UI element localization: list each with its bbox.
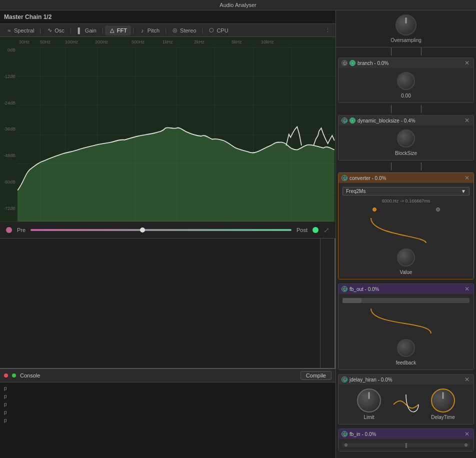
fb-in-name: fb_in - 0.0%: [350, 432, 462, 437]
expand-icon[interactable]: ⤢: [324, 226, 330, 234]
fb-in-power-btn[interactable]: ⏻: [342, 431, 348, 437]
main-layout: Master Chain 1/2 ≈ Spectral | ∿ Osc | ▌ …: [0, 10, 476, 458]
jdelay-wire-svg: [391, 390, 421, 420]
jdelay-delaytime-knob[interactable]: [431, 388, 455, 412]
conn-dot-left: [372, 208, 376, 212]
freq-label-200hz: 200Hz: [95, 40, 108, 44]
fb-out-slider[interactable]: [342, 298, 470, 303]
branch-body: 0.00: [338, 68, 474, 102]
fb-out-power-btn[interactable]: ⏻: [342, 286, 348, 292]
wire-line-5: [391, 162, 392, 170]
separator3: |: [102, 28, 104, 34]
fft-curve: [18, 47, 336, 222]
branch-active-btn[interactable]: ●: [350, 60, 356, 66]
db-72: -72dB: [4, 206, 16, 211]
slider-thumb: [140, 228, 145, 232]
converter-block: ⏻ converter - 0.0% ✕ Freq2Ms ▼ 6000.Hz -…: [338, 172, 474, 280]
fb-out-feedback-knob[interactable]: [397, 339, 415, 357]
conn-dot-right: [436, 208, 440, 212]
fb-in-dot-left: [344, 444, 348, 446]
playback-slider[interactable]: [30, 229, 292, 231]
tab-spectral[interactable]: ≈ Spectral: [2, 26, 38, 36]
branch-power-btn[interactable]: ⏻: [342, 60, 348, 66]
oversampling-label: Oversampling: [390, 38, 422, 43]
fb-out-body: feedback: [338, 294, 474, 370]
fb-in-close-btn[interactable]: ✕: [464, 430, 470, 438]
converter-power-btn[interactable]: ⏻: [342, 175, 348, 181]
console-line-2: p: [4, 392, 332, 400]
branch-knob[interactable]: [397, 72, 415, 90]
cpu-icon: ⬡: [208, 28, 214, 33]
dynamic-blocksize-header: ⏻ ● dynamic_blocksize - 0.4% ✕: [338, 116, 474, 126]
jdelay-block: ⏻ jdelay_hiran - 0.0% ✕ Limit: [338, 374, 474, 424]
fb-out-feedback-label: feedback: [396, 360, 416, 366]
post-indicator: [312, 227, 318, 233]
converter-info: 6000.Hz -> 0.166667ms: [382, 198, 430, 204]
tab-osc[interactable]: ∿ Osc: [42, 26, 68, 36]
master-chain-label: Master Chain 1/2: [0, 10, 336, 24]
fb-out-header: ⏻ fb_out - 0.0% ✕: [338, 284, 474, 294]
right-panel: Oversampling ⏻ ● branch - 0.0% ✕ 0.00: [336, 10, 476, 458]
freq-label-50hz: 50Hz: [40, 40, 50, 44]
separator6: |: [202, 28, 204, 34]
branch-close-btn[interactable]: ✕: [464, 60, 470, 66]
lower-split: [0, 238, 336, 368]
connector-top: [336, 48, 476, 56]
tab-gain-label: Gain: [85, 28, 96, 34]
console-green-dot: [12, 374, 16, 378]
dynamic-blocksize-name: dynamic_blocksize - 0.4%: [358, 118, 462, 124]
console-line-5: p: [4, 416, 332, 424]
oversampling-knob[interactable]: [396, 14, 416, 36]
console-line-4: p: [4, 408, 332, 416]
branch-value: 0.00: [401, 93, 410, 98]
jdelay-close-btn[interactable]: ✕: [464, 376, 470, 383]
oversampling-section: Oversampling: [336, 10, 476, 48]
tab-fft-label: FFT: [117, 28, 127, 34]
converter-dropdown-value: Freq2Ms: [346, 188, 366, 194]
wave-icon: ∿: [46, 28, 52, 33]
tab-fft[interactable]: △ FFT: [105, 26, 131, 36]
jdelay-body: Limit DelayTime: [338, 384, 474, 424]
converter-value-knob[interactable]: [397, 248, 415, 266]
dynamic-blocksize-knob[interactable]: [397, 130, 415, 148]
tab-pitch[interactable]: ♪ Pitch: [136, 26, 164, 36]
dynamic-close-btn[interactable]: ✕: [464, 117, 470, 124]
jdelay-limit-knob[interactable]: [357, 388, 381, 412]
jdelay-power-btn[interactable]: ⏻: [342, 376, 348, 382]
spectrum-icon: ≈: [6, 28, 12, 33]
separator2: |: [70, 28, 72, 34]
dynamic-power-btn[interactable]: ⏻: [342, 118, 348, 124]
oversampling-knob-container: Oversampling: [390, 14, 422, 43]
pre-indicator: [6, 227, 12, 233]
wire-line-1: [391, 48, 392, 56]
tab-bar: ≈ Spectral | ∿ Osc | ▌ Gain | △ FFT | ♪ …: [0, 24, 336, 37]
freq-label-30hz: 30Hz: [19, 40, 30, 44]
lower-left-panel: [0, 238, 320, 368]
fft-display: 30Hz 50Hz 100Hz 200Hz 500Hz 1kHz 2kHz 5k…: [0, 37, 336, 222]
converter-close-btn[interactable]: ✕: [464, 174, 470, 182]
wire-line-6: [421, 162, 422, 170]
dynamic-active-btn[interactable]: ●: [350, 118, 356, 124]
db-60: -60dB: [4, 180, 16, 184]
tab-stereo[interactable]: ◎ Stereo: [168, 26, 200, 36]
console-line-3: p: [4, 400, 332, 408]
separator5: |: [165, 28, 166, 34]
dynamic-blocksize-label: BlockSize: [395, 150, 417, 156]
pitch-icon: ♪: [140, 28, 146, 33]
tab-gain[interactable]: ▌ Gain: [73, 26, 100, 36]
compile-button[interactable]: Compile: [300, 371, 332, 380]
converter-dropdown[interactable]: Freq2Ms ▼: [342, 187, 470, 196]
freq-label-2khz: 2kHz: [194, 40, 204, 44]
fb-in-body: ‖: [338, 439, 474, 451]
fb-in-bar-text: ‖: [405, 442, 408, 448]
chevron-down-icon: ▼: [461, 188, 466, 194]
db-12: -12dB: [4, 74, 16, 79]
tab-cpu[interactable]: ⬡ CPU: [204, 26, 232, 36]
fft-icon: △: [109, 28, 115, 33]
fb-in-bar: ‖: [342, 443, 470, 447]
tab-more-btn[interactable]: ⋮: [322, 25, 334, 36]
fb-out-close-btn[interactable]: ✕: [464, 286, 470, 292]
pre-label: Pre: [17, 227, 26, 233]
db-36: -36dB: [4, 126, 16, 132]
tab-cpu-label: CPU: [216, 28, 228, 34]
